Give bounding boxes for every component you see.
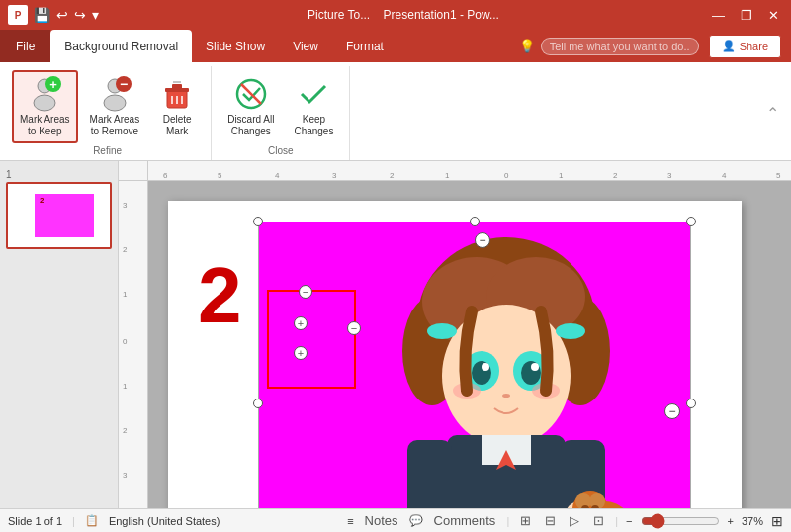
keep-label: KeepChanges: [294, 114, 333, 137]
delete-mark-label: DeleteMark: [163, 114, 192, 137]
main-image[interactable]: − − −: [257, 221, 692, 508]
title-bar-right: — ❐ ✕: [708, 8, 783, 23]
big-number-2: 2: [198, 250, 242, 341]
tab-view[interactable]: View: [279, 30, 332, 62]
mark-areas-remove-button[interactable]: − Mark Areasto Remove: [82, 70, 148, 143]
svg-point-5: [104, 95, 126, 111]
app-icon: P: [8, 5, 28, 25]
refine-group-label: Refine: [12, 143, 203, 156]
ribbon: File Background Removal Slide Show View …: [0, 30, 791, 161]
ruler-left: 3 2 1 0 1 2 3: [119, 181, 148, 508]
workspace: 1 2 6 5 4 3 2 1 0 1: [0, 161, 791, 508]
slide-thumb-inner: 2: [10, 186, 108, 245]
svg-point-27: [482, 363, 489, 371]
svg-point-29: [502, 394, 510, 398]
tab-format[interactable]: Format: [332, 30, 397, 62]
ribbon-group-refine: + Mark Areasto Keep −: [4, 66, 212, 160]
svg-rect-10: [172, 84, 182, 89]
notes-icon: ≡: [347, 515, 353, 527]
slide-thumbnail-1[interactable]: 2: [6, 182, 112, 249]
svg-text:+: +: [49, 77, 57, 92]
status-divider-2: |: [506, 515, 509, 527]
slide-sorter-button[interactable]: ⊟: [542, 513, 559, 528]
customize-button[interactable]: ▾: [92, 7, 99, 23]
slide-info: Slide 1 of 1: [8, 515, 62, 527]
delete-mark-button[interactable]: DeleteMark: [151, 70, 203, 143]
svg-point-28: [531, 363, 539, 371]
share-button[interactable]: 👤 Share: [709, 35, 781, 58]
edge-handle-right[interactable]: −: [664, 403, 680, 419]
language: English (United States): [109, 515, 220, 527]
mark-remove-icon: −: [97, 76, 132, 112]
comments-button[interactable]: Comments: [431, 513, 499, 528]
keep-icon: [296, 76, 331, 112]
svg-point-33: [556, 323, 585, 339]
mark-keep-label: Mark Areasto Keep: [20, 114, 70, 137]
discard-label: Discard AllChanges: [227, 114, 274, 137]
app-title: Picture To...: [308, 8, 370, 22]
doc-title: Presentation1 - Pow...: [384, 8, 499, 22]
fit-slide-button[interactable]: ⊞: [771, 513, 783, 529]
status-bar: Slide 1 of 1 | 📋 English (United States)…: [0, 508, 791, 532]
slide-panel: 1 2: [0, 161, 119, 508]
slideshow-button[interactable]: ⊡: [590, 513, 607, 528]
discard-icon: [233, 76, 269, 112]
zoom-out-icon[interactable]: −: [626, 515, 632, 527]
zoom-in-icon[interactable]: +: [728, 515, 734, 527]
svg-text:−: −: [120, 76, 128, 92]
slide-content: − − − − + +: [168, 201, 742, 508]
title-bar-center: Picture To... Presentation1 - Pow...: [99, 8, 708, 22]
minimize-button[interactable]: —: [708, 8, 729, 23]
quick-access-toolbar: 💾 ↩ ↪ ▾: [34, 7, 99, 23]
edge-handle-top[interactable]: −: [475, 232, 490, 248]
tab-background-removal[interactable]: Background Removal: [50, 30, 192, 62]
discard-all-button[interactable]: Discard AllChanges: [220, 70, 282, 143]
redo-button[interactable]: ↪: [74, 7, 86, 23]
ribbon-tab-bar: File Background Removal Slide Show View …: [0, 30, 791, 62]
save-button[interactable]: 💾: [34, 7, 50, 23]
comments-icon: 💬: [409, 514, 423, 527]
ribbon-group-close: Discard AllChanges KeepChanges Close: [212, 66, 350, 160]
status-divider-1: |: [72, 515, 75, 527]
canvas-area: 6 5 4 3 2 1 0 1 2 3 4 5 6 3 2 1 0 1 2 3: [119, 161, 791, 508]
mark-remove-label: Mark Areasto Remove: [90, 114, 140, 137]
zoom-level: 37%: [742, 515, 763, 527]
ribbon-content: + Mark Areasto Keep −: [0, 62, 791, 160]
normal-view-button[interactable]: ⊞: [517, 513, 534, 528]
delete-mark-icon: [159, 76, 195, 112]
ribbon-search-input[interactable]: [541, 38, 699, 55]
tab-slideshow[interactable]: Slide Show: [192, 30, 279, 62]
ruler-top: 6 5 4 3 2 1 0 1 2 3 4 5 6: [148, 161, 791, 181]
title-bar-left: P 💾 ↩ ↪ ▾: [8, 5, 99, 25]
svg-point-1: [34, 95, 55, 111]
zoom-slider[interactable]: [641, 513, 720, 529]
undo-button[interactable]: ↩: [56, 7, 68, 23]
collapse-ribbon-button[interactable]: ⌃: [766, 104, 779, 123]
notes-button[interactable]: Notes: [362, 513, 401, 528]
ruler-ticks-top: 6 5 4 3 2 1 0 1 2 3 4 5 6: [148, 161, 791, 180]
refine-buttons: + Mark Areasto Keep −: [12, 70, 203, 143]
svg-rect-37: [407, 440, 452, 508]
ribbon-search-area: 💡 👤 Share: [519, 35, 791, 58]
accessibility-icon[interactable]: 📋: [85, 514, 99, 527]
svg-point-32: [427, 323, 457, 339]
close-buttons: Discard AllChanges KeepChanges: [220, 70, 341, 143]
status-bar-right: ≡ Notes 💬 Comments | ⊞ ⊟ ▷ ⊡ | − + 37% ⊞: [347, 513, 783, 529]
title-bar: P 💾 ↩ ↪ ▾ Picture To... Presentation1 - …: [0, 0, 791, 30]
mark-keep-icon: +: [27, 76, 62, 112]
status-divider-3: |: [615, 515, 618, 527]
slide-number-1: 1: [6, 169, 112, 180]
close-group-label: Close: [220, 143, 341, 156]
close-button[interactable]: ✕: [764, 8, 783, 23]
mark-areas-keep-button[interactable]: + Mark Areasto Keep: [12, 70, 78, 143]
keep-changes-button[interactable]: KeepChanges: [286, 70, 341, 143]
reading-view-button[interactable]: ▷: [567, 513, 582, 528]
tab-file[interactable]: File: [0, 30, 50, 62]
restore-button[interactable]: ❐: [737, 8, 756, 23]
anime-character-svg: [259, 222, 694, 508]
person-icon: 👤: [722, 40, 736, 52]
ruler-corner: [119, 161, 148, 181]
